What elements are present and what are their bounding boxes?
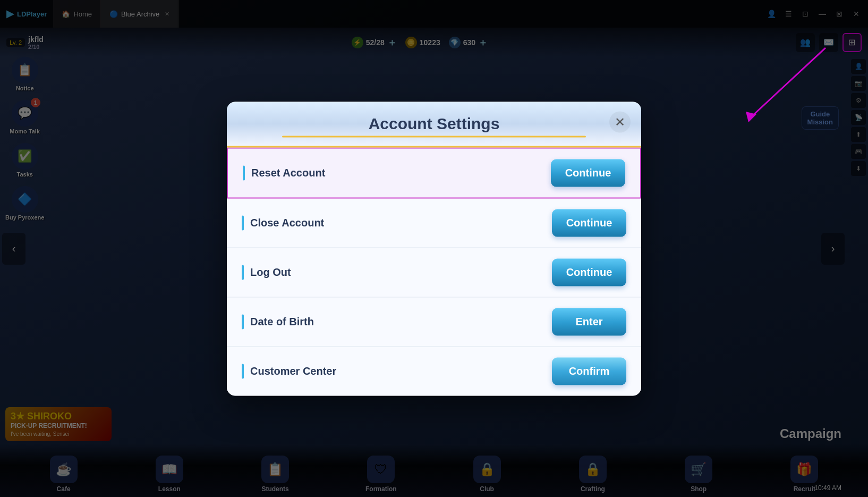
account-settings-modal: Account Settings ✕ Reset Account Continu… [227, 102, 641, 395]
row-divider-4 [242, 364, 244, 378]
date-of-birth-enter-button[interactable]: Enter [552, 308, 626, 335]
row-divider-2 [242, 265, 244, 280]
log-out-continue-button[interactable]: Continue [552, 258, 626, 286]
customer-center-label: Customer Center [250, 365, 552, 377]
customer-center-row: Customer Center Confirm [227, 347, 641, 395]
modal-body: Reset Account Continue Close Account Con… [227, 147, 641, 395]
date-of-birth-label: Date of Birth [250, 316, 552, 328]
close-account-label: Close Account [250, 217, 552, 229]
reset-account-label: Reset Account [251, 167, 551, 179]
customer-center-confirm-button[interactable]: Confirm [552, 357, 626, 385]
reset-account-row: Reset Account Continue [227, 147, 641, 198]
log-out-row: Log Out Continue [227, 248, 641, 297]
reset-account-continue-button[interactable]: Continue [551, 159, 625, 187]
row-divider-3 [242, 314, 244, 329]
modal-header: Account Settings ✕ [227, 102, 641, 147]
row-divider-1 [242, 215, 244, 230]
close-account-row: Close Account Continue [227, 198, 641, 248]
title-underline [282, 136, 586, 137]
modal-title: Account Settings [244, 114, 624, 132]
close-account-continue-button[interactable]: Continue [552, 209, 626, 237]
row-divider-0 [243, 165, 245, 180]
modal-close-button[interactable]: ✕ [609, 111, 631, 132]
date-of-birth-row: Date of Birth Enter [227, 297, 641, 347]
log-out-label: Log Out [250, 266, 552, 279]
